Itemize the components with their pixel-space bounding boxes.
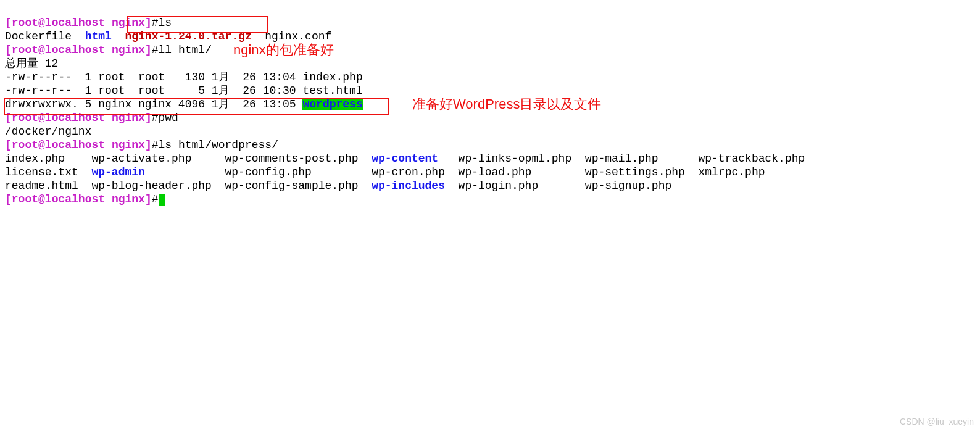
prompt: [root@localhost nginx]# [5,139,159,151]
ll-total: 总用量 12 [5,57,58,70]
ls-output-line: Dockerfile html nginx-1.24.0.tar.gz ngin… [5,30,331,43]
wp-ls-row: index.php wp-activate.php wp-comments-po… [5,152,805,165]
ll-row: drwxrwxrwx. 5 nginx nginx 4096 1月 26 13:… [5,98,363,110]
prompt: [root@localhost nginx]# [5,193,159,206]
prompt: [root@localhost nginx]# [5,17,159,29]
prompt: [root@localhost nginx]# [5,112,159,124]
prompt: [root@localhost nginx]# [5,44,159,56]
dir-html: html [85,30,112,43]
watermark: CSDN @liu_xueyin [900,415,974,428]
cmd-ls: ls [159,17,172,29]
ll-row: -rw-r--r-- 1 root root 5 1月 26 10:30 tes… [5,85,363,97]
wp-ls-row: readme.html wp-blog-header.php wp-config… [5,180,671,192]
dir-wp-admin: wp-admin [91,166,144,178]
dir-wordpress: wordpress [302,98,362,110]
pwd-output: /docker/nginx [5,125,91,138]
terminal-output[interactable]: [root@localhost nginx]#ls Dockerfile htm… [0,0,980,209]
dir-wp-includes: wp-includes [372,180,445,192]
cmd-ll-html: ll html/ [159,44,212,56]
cursor-icon [159,194,165,206]
ll-row: -rw-r--r-- 1 root root 130 1月 26 13:04 i… [5,71,363,83]
cmd-pwd: pwd [159,112,178,124]
wp-ls-row: license.txt wp-admin wp-config.php wp-cr… [5,166,765,178]
dir-wp-content: wp-content [372,152,438,165]
cmd-ls-wordpress: ls html/wordpress/ [159,139,278,151]
file-nginx-tar: nginx-1.24.0.tar.gz [125,30,251,43]
